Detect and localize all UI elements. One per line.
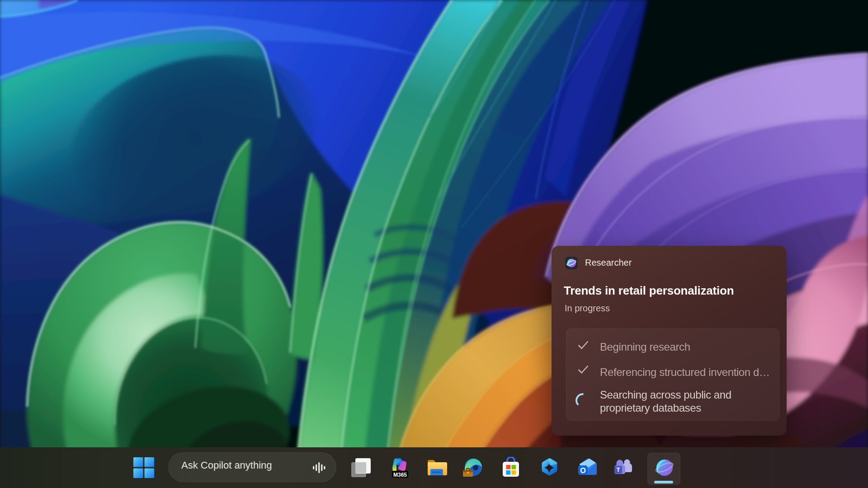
svg-text:T: T (617, 466, 620, 473)
svg-text:O: O (580, 467, 585, 474)
svg-text:M365: M365 (393, 472, 407, 478)
